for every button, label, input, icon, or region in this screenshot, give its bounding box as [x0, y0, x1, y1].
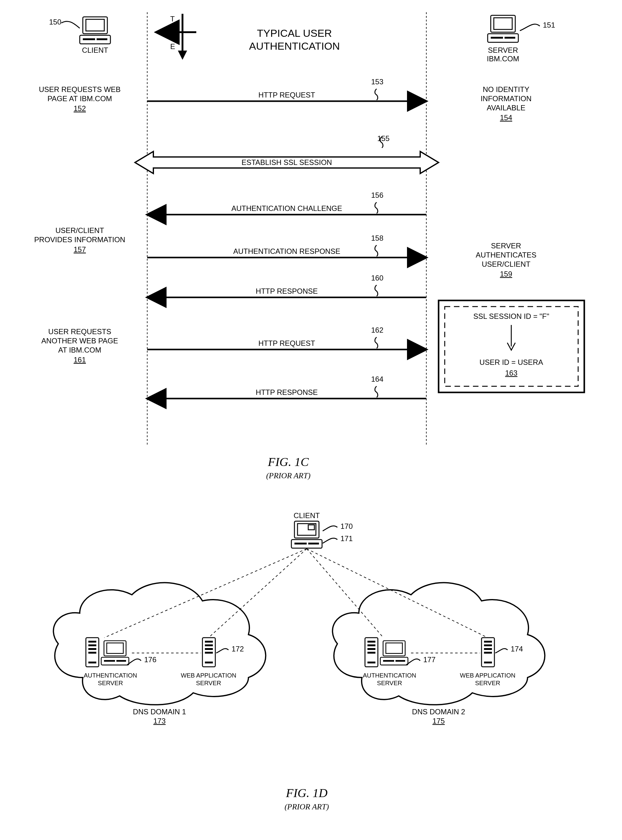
arrow-156: AUTHENTICATION CHALLENGE156 — [147, 191, 426, 215]
client-icon-d — [291, 521, 322, 548]
svg-text:USER/CLIENT: USER/CLIENT — [55, 226, 104, 234]
svg-text:HTTP REQUEST: HTTP REQUEST — [259, 339, 315, 347]
svg-text:ANOTHER WEB PAGE: ANOTHER WEB PAGE — [41, 336, 118, 345]
svg-text:164: 164 — [371, 375, 383, 383]
server-label-1: SERVER — [488, 46, 518, 54]
cookie-icon — [308, 525, 314, 530]
svg-text:155: 155 — [377, 134, 390, 143]
svg-text:HTTP RESPONSE: HTTP RESPONSE — [256, 287, 318, 295]
svg-text:I: I — [172, 24, 174, 32]
svg-text:PROVIDES INFORMATION: PROVIDES INFORMATION — [34, 236, 125, 244]
fig-1c: 150 CLIENT 151 SERVER IBM.COM T I M E TY… — [34, 12, 584, 480]
svg-text:SERVER: SERVER — [98, 680, 123, 686]
patent-figure: 150 CLIENT 151 SERVER IBM.COM T I M E TY… — [0, 0, 622, 840]
svg-text:SERVER: SERVER — [196, 680, 221, 686]
svg-text:158: 158 — [371, 234, 383, 242]
svg-text:WEB APPLICATION: WEB APPLICATION — [460, 672, 515, 679]
svg-text:AT IBM.COM: AT IBM.COM — [58, 346, 101, 354]
svg-text:AUTHENTICATION: AUTHENTICATION — [84, 672, 137, 679]
svg-text:174: 174 — [511, 645, 523, 653]
fig-1c-label: FIG. 1C — [267, 455, 309, 469]
svg-text:PAGE AT IBM.COM: PAGE AT IBM.COM — [47, 94, 112, 103]
svg-text:159: 159 — [500, 270, 512, 278]
arrow-153: HTTP REQUEST153 — [147, 78, 426, 101]
fig-1c-prior: (PRIOR ART) — [266, 471, 311, 480]
diagram-title-1: TYPICAL USER — [257, 27, 332, 39]
svg-text:USER REQUESTS: USER REQUESTS — [48, 327, 111, 336]
client-label: CLIENT — [82, 46, 108, 54]
svg-text:USER/CLIENT: USER/CLIENT — [482, 260, 531, 268]
svg-text:162: 162 — [371, 326, 383, 334]
svg-text:AUTHENTICATION CHALLENGE: AUTHENTICATION CHALLENGE — [232, 204, 342, 213]
svg-text:M: M — [169, 33, 176, 41]
right-block-154: NO IDENTITY INFORMATION AVAILABLE 154 — [480, 85, 532, 122]
svg-text:INFORMATION: INFORMATION — [480, 94, 532, 103]
svg-text:T: T — [170, 15, 175, 23]
svg-text:E: E — [170, 42, 175, 50]
svg-text:176: 176 — [144, 656, 156, 664]
svg-text:175: 175 — [433, 717, 445, 725]
ssl-session-box: SSL SESSION ID = "F" USER ID = USERA 163 — [439, 300, 584, 393]
fig-1d: CLIENT 170 171 AUTHENTICATIONSERVERWEB A… — [53, 511, 545, 811]
svg-text:ESTABLISH SSL SESSION: ESTABLISH SSL SESSION — [242, 158, 332, 166]
svg-text:HTTP RESPONSE: HTTP RESPONSE — [256, 388, 318, 396]
svg-text:USER ID = USERA: USER ID = USERA — [479, 358, 543, 366]
right-block-159: SERVER AUTHENTICATES USER/CLIENT 159 — [476, 242, 537, 278]
svg-text:SSL SESSION ID = "F": SSL SESSION ID = "F" — [473, 312, 549, 320]
svg-text:HTTP REQUEST: HTTP REQUEST — [259, 91, 315, 99]
svg-text:160: 160 — [371, 274, 383, 282]
svg-text:163: 163 — [505, 369, 517, 377]
arrow-158: AUTHENTICATION RESPONSE158 — [147, 234, 426, 257]
svg-text:157: 157 — [74, 245, 86, 254]
svg-text:NO IDENTITY: NO IDENTITY — [483, 85, 529, 93]
client-label-d: CLIENT — [294, 511, 320, 520]
svg-text:AUTHENTICATION: AUTHENTICATION — [363, 672, 416, 679]
svg-text:153: 153 — [371, 78, 383, 86]
fig-1d-prior: (PRIOR ART) — [285, 802, 329, 811]
arrow-162: HTTP REQUEST162 — [147, 326, 426, 350]
ref-151: 151 — [543, 21, 555, 29]
svg-text:SERVER: SERVER — [491, 242, 521, 250]
left-block-152: USER REQUESTS WEB PAGE AT IBM.COM 152 — [39, 85, 121, 113]
svg-text:USER REQUESTS WEB: USER REQUESTS WEB — [39, 85, 121, 93]
arrow-155: ESTABLISH SSL SESSION155 — [135, 134, 439, 173]
client-icon — [80, 17, 110, 44]
svg-text:DNS DOMAIN 2: DNS DOMAIN 2 — [412, 708, 465, 716]
svg-text:DNS DOMAIN 1: DNS DOMAIN 1 — [133, 708, 186, 716]
svg-text:AVAILABLE: AVAILABLE — [487, 103, 525, 112]
server-label-2: IBM.COM — [487, 55, 519, 63]
svg-text:154: 154 — [500, 113, 512, 122]
fig-1d-label: FIG. 1D — [285, 786, 328, 800]
arrow-160: HTTP RESPONSE160 — [147, 274, 426, 297]
svg-text:156: 156 — [371, 191, 383, 199]
svg-text:AUTHENTICATES: AUTHENTICATES — [476, 251, 537, 259]
ref-150: 150 — [49, 18, 61, 26]
svg-text:WEB APPLICATION: WEB APPLICATION — [181, 672, 236, 679]
ref-170: 170 — [340, 522, 353, 530]
diagram-title-2: AUTHENTICATION — [249, 40, 340, 52]
svg-text:173: 173 — [153, 717, 166, 725]
arrow-164: HTTP RESPONSE164 — [147, 375, 426, 399]
server-icon — [488, 15, 518, 42]
svg-text:177: 177 — [423, 656, 436, 664]
svg-text:SERVER: SERVER — [377, 680, 402, 686]
svg-text:AUTHENTICATION RESPONSE: AUTHENTICATION RESPONSE — [233, 247, 340, 256]
svg-text:152: 152 — [74, 104, 86, 113]
svg-text:161: 161 — [74, 356, 86, 364]
ref-171: 171 — [340, 534, 353, 543]
svg-text:172: 172 — [232, 645, 244, 653]
left-block-161: USER REQUESTS ANOTHER WEB PAGE AT IBM.CO… — [41, 327, 118, 364]
domain-175: AUTHENTICATIONSERVERWEB APPLICATIONSERVE… — [332, 583, 545, 725]
left-block-157: USER/CLIENT PROVIDES INFORMATION 157 — [34, 226, 125, 254]
domain-173: AUTHENTICATIONSERVERWEB APPLICATIONSERVE… — [53, 583, 265, 725]
svg-text:SERVER: SERVER — [475, 680, 500, 686]
